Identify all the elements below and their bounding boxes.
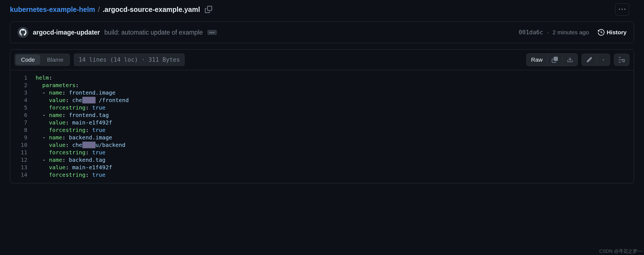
code-content: helm:	[36, 74, 52, 82]
pencil-icon	[586, 57, 592, 63]
view-toggle: Code Blame	[15, 54, 70, 66]
edit-button[interactable]	[582, 54, 597, 66]
line-number[interactable]: 5	[10, 104, 36, 111]
symbols-group	[614, 54, 629, 66]
tab-blame[interactable]: Blame	[41, 54, 70, 66]
github-icon	[19, 29, 27, 36]
code-content: parameters:	[36, 82, 79, 89]
tab-code[interactable]: Code	[16, 55, 40, 65]
code-content: - name: backend.tag	[36, 156, 105, 164]
download-icon	[567, 57, 573, 63]
history-label: History	[607, 29, 627, 36]
code-line: 4 value: che████ /frontend	[10, 97, 634, 104]
code-content: forcestring: true	[36, 126, 105, 134]
symbols-icon	[619, 57, 625, 63]
code-content: - name: backend.image	[36, 134, 112, 141]
code-content: value: che████ /frontend	[36, 97, 129, 104]
code-content: - name: frontend.tag	[36, 111, 109, 119]
code-line: 12 - name: backend.tag	[10, 156, 634, 164]
commit-author[interactable]: argocd-image-updater	[33, 29, 100, 36]
kebab-icon	[619, 6, 625, 13]
avatar[interactable]	[17, 27, 28, 38]
line-number[interactable]: 8	[10, 126, 36, 134]
copy-icon	[205, 6, 212, 13]
line-number[interactable]: 4	[10, 97, 36, 104]
triangle-down-icon	[601, 58, 605, 62]
edit-dropdown-button[interactable]	[597, 54, 610, 66]
code-line: 6 - name: frontend.tag	[10, 111, 634, 119]
commit-expand-button[interactable]: •••	[207, 30, 217, 35]
code-line: 5 forcestring: true	[10, 104, 634, 111]
breadcrumb: kubernetes-example-helm / .argocd-source…	[0, 3, 644, 22]
commit-box: argocd-image-updater build: automatic up…	[10, 22, 634, 43]
line-number[interactable]: 11	[10, 149, 36, 156]
breadcrumb-sep: /	[98, 6, 100, 14]
history-link[interactable]: History	[598, 29, 627, 36]
code-content: value: main-e1f492f	[36, 119, 112, 126]
line-number[interactable]: 3	[10, 89, 36, 97]
code-line: 10 value: che████u/backend	[10, 141, 634, 149]
file-name: .argocd-source-example.yaml	[102, 6, 200, 14]
code-content: value: che████u/backend	[36, 141, 125, 149]
code-content: forcestring: true	[36, 171, 105, 179]
line-number[interactable]: 7	[10, 119, 36, 126]
code-line: 9 - name: backend.image	[10, 134, 634, 141]
more-options-button[interactable]	[615, 3, 629, 15]
code-line: 2 parameters:	[10, 82, 634, 89]
code-content: value: main-e1f492f	[36, 164, 112, 171]
copy-raw-button[interactable]	[547, 54, 562, 66]
commit-message[interactable]: build: automatic update of example	[104, 29, 203, 36]
code-line: 3 - name: frontend.image	[10, 89, 634, 97]
raw-button[interactable]: Raw	[527, 54, 547, 66]
code-line: 13 value: main-e1f492f	[10, 164, 634, 171]
dot-sep: ·	[547, 29, 549, 36]
code-line: 1helm:	[10, 74, 634, 82]
symbols-button[interactable]	[614, 54, 629, 66]
code-line: 8 forcestring: true	[10, 126, 634, 134]
line-number[interactable]: 9	[10, 134, 36, 141]
line-number[interactable]: 12	[10, 156, 36, 164]
code-content: forcestring: true	[36, 104, 105, 111]
commit-time: 2 minutes ago	[553, 29, 589, 36]
edit-group	[582, 54, 610, 66]
repo-link[interactable]: kubernetes-example-helm	[10, 6, 95, 14]
line-number[interactable]: 1	[10, 74, 36, 82]
commit-sha[interactable]: 001da6c	[519, 29, 543, 36]
line-number[interactable]: 2	[10, 82, 36, 89]
raw-group: Raw	[526, 53, 578, 66]
copy-path-button[interactable]	[205, 6, 212, 13]
code-line: 14 forcestring: true	[10, 171, 634, 179]
copy-icon	[552, 57, 558, 63]
file-toolbar: Code Blame 14 lines (14 loc) · 311 Bytes…	[10, 50, 634, 70]
code-area[interactable]: 1helm:2 parameters:3 - name: frontend.im…	[10, 70, 634, 183]
line-number[interactable]: 10	[10, 141, 36, 149]
file-viewer: Code Blame 14 lines (14 loc) · 311 Bytes…	[10, 49, 634, 183]
code-content: forcestring: true	[36, 149, 105, 156]
code-content: - name: frontend.image	[36, 89, 115, 97]
line-number[interactable]: 13	[10, 164, 36, 171]
history-icon	[598, 29, 605, 36]
code-line: 7 value: main-e1f492f	[10, 119, 634, 126]
line-number[interactable]: 6	[10, 111, 36, 119]
download-button[interactable]	[562, 54, 577, 66]
line-number[interactable]: 14	[10, 171, 36, 179]
file-meta: 14 lines (14 loc) · 311 Bytes	[74, 53, 185, 66]
code-line: 11 forcestring: true	[10, 149, 634, 156]
